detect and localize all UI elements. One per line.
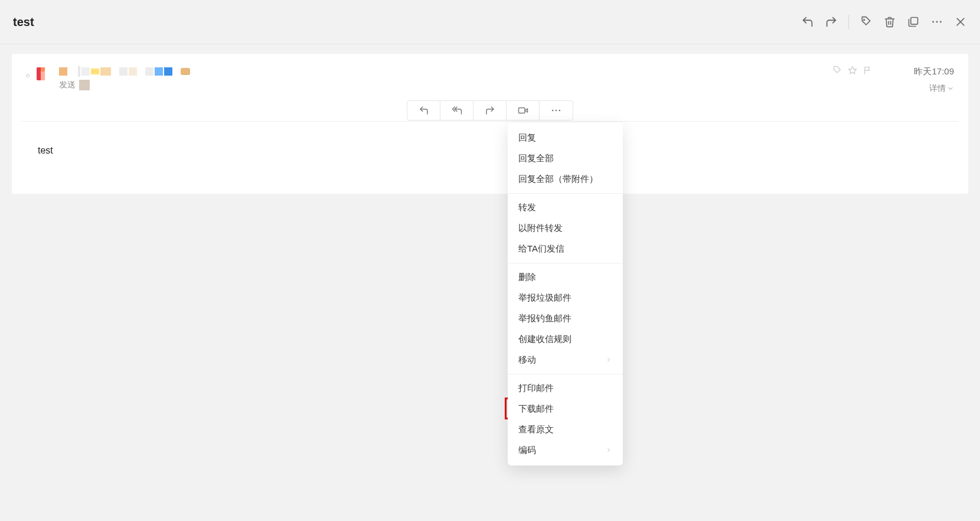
tag-icon[interactable] xyxy=(860,15,873,28)
header-toolbar: test xyxy=(0,0,980,44)
mail-top: 发送 xyxy=(21,54,959,99)
svg-rect-9 xyxy=(41,67,45,71)
menu-reply-all-attach[interactable]: 回复全部（带附件） xyxy=(508,169,623,190)
video-button[interactable] xyxy=(507,101,540,120)
more-dropdown: 回复 回复全部 回复全部（带附件） 转发 以附件转发 给TA们发信 删除 举报垃… xyxy=(508,123,623,465)
sender-name-redacted xyxy=(59,63,832,80)
close-icon[interactable] xyxy=(954,15,967,28)
reply-all-button[interactable] xyxy=(440,101,473,120)
reply-button[interactable] xyxy=(407,101,440,120)
more-menu-button[interactable] xyxy=(540,101,573,120)
forward-button[interactable] xyxy=(473,101,507,120)
separator xyxy=(848,15,849,29)
content-area: 发送 xyxy=(0,44,980,203)
mail-time: 昨天17:09 xyxy=(914,66,954,77)
svg-point-14 xyxy=(552,110,554,112)
menu-move[interactable]: 移动 xyxy=(508,350,623,370)
more-icon[interactable] xyxy=(930,15,943,28)
svg-rect-1 xyxy=(911,18,918,25)
chevron-right-icon xyxy=(605,355,612,365)
recipient-row: 发送 xyxy=(59,80,832,90)
menu-separator xyxy=(508,193,623,194)
menu-send-to[interactable]: 给TA们发信 xyxy=(508,239,623,259)
delete-icon[interactable] xyxy=(883,15,896,28)
menu-report-spam[interactable]: 举报垃圾邮件 xyxy=(508,288,623,308)
menu-report-phishing[interactable]: 举报钓鱼邮件 xyxy=(508,308,623,329)
mail-body: test xyxy=(21,122,959,180)
read-status-indicator xyxy=(26,74,30,77)
menu-create-rule[interactable]: 创建收信规则 xyxy=(508,329,623,350)
svg-rect-12 xyxy=(518,108,525,113)
svg-point-2 xyxy=(932,21,934,23)
email-subject: test xyxy=(13,15,34,29)
sender-block: 发送 xyxy=(59,63,832,90)
mail-card: 发送 xyxy=(12,54,968,194)
chevron-right-icon xyxy=(605,445,612,455)
details-toggle[interactable]: 详情 xyxy=(929,83,954,94)
menu-reply-all[interactable]: 回复全部 xyxy=(508,148,623,169)
svg-marker-11 xyxy=(849,66,857,74)
svg-point-15 xyxy=(556,110,557,112)
menu-download[interactable]: 下载邮件 xyxy=(508,399,623,419)
menu-reply[interactable]: 回复 xyxy=(508,128,623,148)
mail-action-bar xyxy=(21,101,959,122)
menu-print[interactable]: 打印邮件 xyxy=(508,378,623,399)
svg-point-4 xyxy=(940,21,942,23)
menu-forward[interactable]: 转发 xyxy=(508,197,623,218)
star-icon[interactable] xyxy=(848,66,857,77)
flag-icon[interactable] xyxy=(863,66,873,77)
svg-point-3 xyxy=(936,21,938,23)
attachment-icon[interactable] xyxy=(832,66,842,77)
header-actions xyxy=(801,15,967,29)
recipient-redacted xyxy=(79,80,90,90)
menu-separator xyxy=(508,374,623,375)
forward-icon[interactable] xyxy=(825,15,838,28)
svg-point-16 xyxy=(559,110,561,112)
open-window-icon[interactable] xyxy=(907,15,920,28)
mail-action-group xyxy=(407,100,573,121)
menu-view-source[interactable]: 查看原文 xyxy=(508,419,623,440)
svg-rect-10 xyxy=(41,71,45,80)
mail-meta: 昨天17:09 详情 xyxy=(832,63,954,94)
sender-avatar[interactable] xyxy=(34,63,53,82)
reply-icon[interactable] xyxy=(801,15,814,28)
menu-encoding[interactable]: 编码 xyxy=(508,440,623,461)
menu-separator xyxy=(508,263,623,263)
svg-point-0 xyxy=(864,19,865,21)
menu-forward-attach[interactable]: 以附件转发 xyxy=(508,218,623,239)
mail-body-text: test xyxy=(38,145,53,155)
recipient-label: 发送 xyxy=(59,80,76,90)
menu-delete[interactable]: 删除 xyxy=(508,267,623,288)
